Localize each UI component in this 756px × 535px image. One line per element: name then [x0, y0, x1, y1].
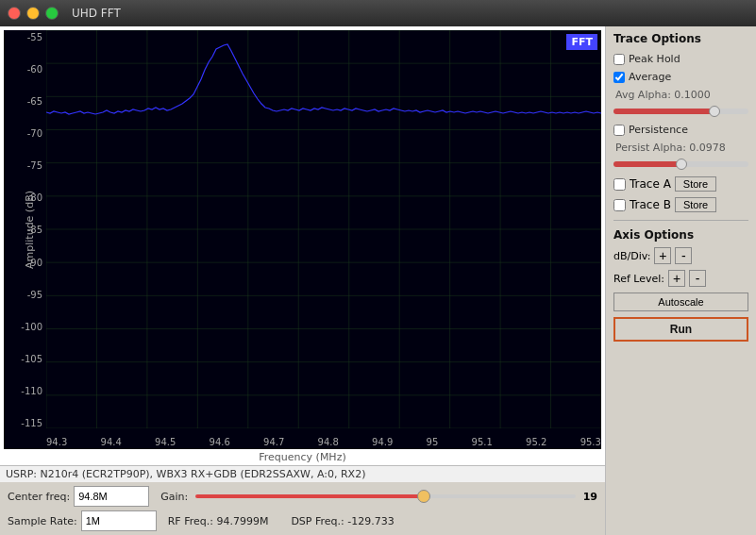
trace-a-row: Trace A Store	[613, 176, 748, 192]
peak-hold-checkbox[interactable]	[613, 54, 625, 65]
run-btn[interactable]: Run	[613, 317, 748, 342]
center-freq-group: Center freq:	[8, 486, 149, 507]
ref-level-label: Ref Level:	[613, 273, 664, 285]
titlebar: UHD FFT	[0, 0, 756, 26]
x-axis-label: Frequency (MHz)	[0, 449, 605, 465]
gain-label: Gain:	[160, 491, 188, 503]
trace-a-store-btn[interactable]: Store	[675, 176, 716, 192]
db-div-label: dB/Div:	[613, 250, 650, 262]
right-panel: Trace Options Peak Hold Average Avg Alph…	[605, 26, 756, 535]
peak-hold-label: Peak Hold	[629, 53, 680, 65]
maximize-btn[interactable]	[45, 7, 59, 20]
average-label: Average	[629, 71, 671, 83]
divider	[613, 220, 748, 221]
x-axis: 94.3 94.4 94.5 94.6 94.7 94.8 94.9 95 95…	[46, 437, 601, 447]
db-div-plus-btn[interactable]: +	[654, 247, 671, 264]
center-freq-label: Center freq:	[8, 491, 70, 503]
bottom-controls: Center freq: Gain: 19 Sample Rate:	[0, 482, 605, 535]
axis-options-title: Axis Options	[613, 228, 748, 242]
status-bar: USRP: N210r4 (ECR2TP90P), WBX3 RX+GDB (E…	[0, 465, 605, 482]
trace-b-label: Trace B	[630, 198, 671, 211]
fft-plot: FFT -55 -60 -65 -70 -75 -80 -85 -90 -95 …	[4, 30, 601, 449]
center-freq-input[interactable]	[74, 486, 149, 507]
trace-options-title: Trace Options	[613, 32, 748, 45]
gain-group: Gain: 19	[160, 486, 597, 507]
trace-b-checkbox[interactable]	[613, 199, 626, 211]
freq-info: RF Freq.: 94.7999M DSP Freq.: -129.733	[168, 515, 395, 527]
trace-a-checkbox[interactable]	[613, 178, 626, 191]
sample-rate-group: Sample Rate:	[8, 510, 157, 531]
avg-alpha-label: Avg Alpha: 0.1000	[615, 89, 748, 101]
gain-value: 19	[583, 491, 597, 503]
close-btn[interactable]	[8, 7, 21, 20]
autoscale-btn[interactable]: Autoscale	[613, 293, 748, 311]
average-row[interactable]: Average	[613, 71, 748, 83]
persistence-row[interactable]: Persistence	[613, 124, 748, 136]
trace-a-label: Trace A	[630, 177, 671, 191]
rf-freq-label: RF Freq.: 94.7999M	[168, 515, 269, 527]
trace-b-store-btn[interactable]: Store	[675, 197, 716, 212]
ref-level-row: Ref Level: + -	[613, 270, 748, 287]
db-div-minus-btn[interactable]: -	[675, 247, 692, 264]
ref-level-plus-btn[interactable]: +	[668, 270, 685, 287]
persist-alpha-slider[interactable]	[613, 161, 748, 167]
y-axis-label-container: Amplitude (dB)	[0, 30, 69, 428]
sample-rate-label: Sample Rate:	[8, 515, 77, 527]
persistence-checkbox[interactable]	[613, 125, 625, 136]
trace-b-row: Trace B Store	[613, 197, 748, 212]
gain-slider[interactable]	[195, 486, 576, 507]
sample-rate-input[interactable]	[81, 510, 157, 531]
peak-hold-row[interactable]: Peak Hold	[613, 53, 748, 65]
spectrum-trace	[46, 44, 601, 114]
avg-alpha-slider[interactable]	[613, 109, 748, 114]
window-title: UHD FFT	[72, 7, 121, 20]
ref-level-minus-btn[interactable]: -	[689, 270, 706, 287]
persist-alpha-label: Persist Alpha: 0.0978	[615, 142, 748, 154]
dsp-freq-label: DSP Freq.: -129.733	[291, 515, 394, 527]
plot-svg	[46, 30, 601, 428]
minimize-btn[interactable]	[26, 7, 40, 20]
persistence-label: Persistence	[629, 124, 688, 136]
db-div-row: dB/Div: + -	[613, 247, 748, 264]
average-checkbox[interactable]	[613, 72, 625, 83]
y-axis-label: Amplitude (dB)	[24, 191, 36, 269]
